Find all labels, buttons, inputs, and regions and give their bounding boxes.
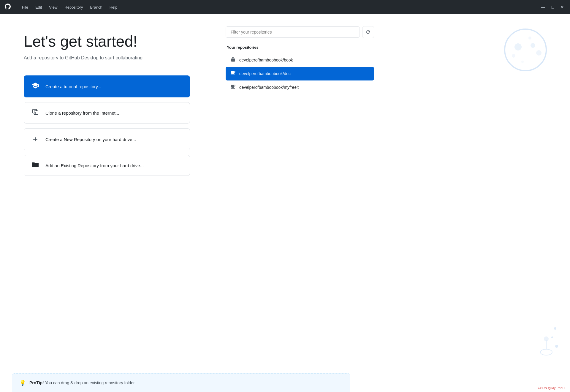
create-tutorial-button[interactable]: Create a tutorial repository... xyxy=(24,75,190,97)
maximize-button[interactable]: □ xyxy=(550,4,556,10)
svg-point-12 xyxy=(551,336,553,338)
menu-help[interactable]: Help xyxy=(107,4,121,11)
repo-name: develperofbamboobook/doc xyxy=(239,71,291,76)
ghost-illustration-icon xyxy=(496,23,555,83)
lock-icon xyxy=(230,57,236,63)
svg-point-3 xyxy=(528,37,531,39)
repo-icon xyxy=(230,84,236,91)
menu-edit[interactable]: Edit xyxy=(32,4,45,11)
right-panel: Your repositories develperofbamboobook/b… xyxy=(214,14,386,392)
page-title: Let's get started! xyxy=(24,32,190,50)
deco-illustration xyxy=(534,325,558,362)
tutorial-icon xyxy=(31,82,39,91)
svg-point-4 xyxy=(512,54,515,58)
svg-point-16 xyxy=(544,336,549,341)
repo-name: develperofbamboobook/book xyxy=(239,58,293,62)
titlebar: File Edit View Repository Branch Help — … xyxy=(0,0,570,14)
svg-point-2 xyxy=(531,43,535,48)
refresh-button[interactable] xyxy=(362,26,374,38)
add-existing-repository-label: Add an Existing Repository from your har… xyxy=(45,163,144,168)
menu-branch[interactable]: Branch xyxy=(87,4,105,11)
repository-list: develperofbamboobook/book develperofbamb… xyxy=(226,53,374,94)
page-subtitle: Add a repository to GitHub Desktop to st… xyxy=(24,55,190,61)
github-logo-icon xyxy=(5,4,11,11)
svg-point-1 xyxy=(514,43,522,50)
protip-text: You can drag & drop an existing reposito… xyxy=(45,380,134,385)
main-content: Let's get started! Add a repository to G… xyxy=(0,14,570,392)
menu-view[interactable]: View xyxy=(46,4,60,11)
svg-point-11 xyxy=(554,327,556,330)
svg-point-14 xyxy=(540,349,552,355)
repo-icon xyxy=(230,70,236,77)
svg-point-13 xyxy=(555,345,558,348)
plus-icon: + xyxy=(31,135,39,144)
watermark: CSDN @MyFreeIT xyxy=(538,386,565,390)
clone-repository-label: Clone a repository from the Internet... xyxy=(45,110,119,116)
create-new-repository-button[interactable]: + Create a New Repository on your hard d… xyxy=(24,128,190,150)
list-item[interactable]: develperofbamboobook/doc xyxy=(226,67,374,80)
filter-row xyxy=(226,26,374,38)
svg-point-6 xyxy=(521,61,524,63)
left-panel: Let's get started! Add a repository to G… xyxy=(0,14,214,392)
protip-label: ProTip! xyxy=(29,380,44,385)
list-item[interactable]: develperofbamboobook/book xyxy=(226,53,374,67)
clone-icon xyxy=(31,108,39,117)
minimize-button[interactable]: — xyxy=(540,4,546,10)
window-controls: — □ ✕ xyxy=(540,4,565,10)
svg-point-5 xyxy=(536,50,542,56)
lightbulb-icon: 💡 xyxy=(19,380,26,386)
create-tutorial-label: Create a tutorial repository... xyxy=(45,84,101,89)
close-button[interactable]: ✕ xyxy=(559,4,565,10)
create-new-repository-label: Create a New Repository on your hard dri… xyxy=(45,137,136,142)
add-existing-repository-button[interactable]: Add an Existing Repository from your har… xyxy=(24,155,190,176)
menu-file[interactable]: File xyxy=(19,4,31,11)
protip-bar: 💡 ProTip! You can drag & drop an existin… xyxy=(12,373,350,392)
menu-repository[interactable]: Repository xyxy=(61,4,86,11)
filter-repositories-input[interactable] xyxy=(226,26,360,38)
svg-point-0 xyxy=(505,29,546,71)
action-buttons: Create a tutorial repository... Clone a … xyxy=(24,75,190,176)
folder-icon xyxy=(31,161,39,170)
clone-repository-button[interactable]: Clone a repository from the Internet... xyxy=(24,102,190,124)
list-item[interactable]: develperofbamboobook/myfreeit xyxy=(226,80,374,94)
repo-name: develperofbamboobook/myfreeit xyxy=(239,85,299,90)
menu-bar: File Edit View Repository Branch Help xyxy=(19,4,120,11)
repositories-section-label: Your repositories xyxy=(226,45,374,50)
